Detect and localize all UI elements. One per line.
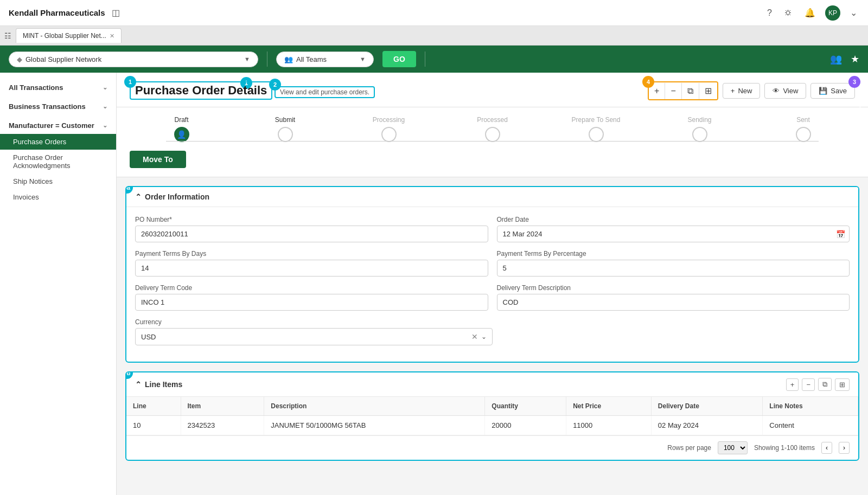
- order-date-input[interactable]: [497, 226, 850, 242]
- new-button[interactable]: + New: [723, 83, 761, 99]
- tab-label: MINT - Global Supplier Net...: [23, 32, 106, 40]
- page-title-area: 1 Purchase Order Details 2 View and edit…: [130, 81, 375, 100]
- sidebar: All Transactions ⌄ Business Transactions…: [0, 73, 117, 495]
- sidebar-item-purchase-orders[interactable]: Purchase Orders: [0, 134, 116, 150]
- grid-apps-icon[interactable]: ☷: [4, 31, 11, 40]
- toolbar-minus-btn[interactable]: −: [665, 83, 681, 99]
- network-select[interactable]: ◆ Global Supplier Network ▼: [9, 52, 258, 67]
- top-bar-right: ? ⛭ 🔔 KP ⌄: [765, 5, 859, 21]
- order-date-label: Order Date: [497, 216, 850, 223]
- active-tab[interactable]: MINT - Global Supplier Net... ✕: [16, 28, 122, 43]
- user-avatar[interactable]: KP: [825, 5, 840, 21]
- nav-star-icon[interactable]: ★: [851, 53, 859, 65]
- team-select[interactable]: 👥 All Teams ▼: [276, 52, 374, 67]
- notification-icon[interactable]: 🔔: [802, 5, 818, 20]
- cell-description: JANUMET 50/1000MG 56TAB: [264, 416, 485, 435]
- delivery-code-input[interactable]: [135, 294, 488, 311]
- currency-select[interactable]: USD ✕ ⌄: [135, 328, 493, 345]
- toolbar-copy-btn[interactable]: ⧉: [682, 83, 699, 99]
- workflow-step-draft: Draft 👤: [130, 116, 233, 142]
- app-title: Kendall Pharmaceuticals: [9, 8, 105, 17]
- currency-group: Currency USD ✕ ⌄: [135, 318, 493, 345]
- workflow-label-prepare: Prepare To Send: [572, 116, 621, 124]
- nav-right: 👥 ★: [830, 53, 859, 65]
- app-menu-icon[interactable]: ◫: [110, 5, 122, 20]
- line-items-table: Line Item Description Quantity Net Price…: [126, 397, 858, 435]
- cell-line_notes: Content: [763, 416, 858, 435]
- line-items-add-btn[interactable]: +: [786, 378, 799, 391]
- col-line: Line: [126, 397, 181, 416]
- order-info-title: ⌃ Order Information: [135, 192, 209, 201]
- currency-arrow-icon[interactable]: ⌄: [481, 333, 487, 340]
- workflow-circle-sending: [692, 127, 707, 142]
- sidebar-item-ship-notices[interactable]: Ship Notices: [0, 173, 116, 189]
- toolbar-grid-btn[interactable]: ⊞: [699, 82, 717, 99]
- badge-3-circle: 3: [848, 76, 860, 88]
- workflow-circle-processed: [485, 127, 500, 142]
- badge-2-circle: 2: [269, 79, 281, 91]
- po-number-label: PO Number*: [135, 216, 488, 223]
- sidebar-section-all-transactions: All Transactions ⌄: [0, 79, 116, 96]
- badge-1-circle: 1: [124, 76, 136, 88]
- payment-days-input[interactable]: [135, 260, 488, 277]
- line-items-copy-btn[interactable]: ⧉: [818, 378, 832, 391]
- draft-person-icon: 👤: [177, 130, 186, 139]
- table-row: 102342523JANUMET 50/1000MG 56TAB20000110…: [126, 416, 858, 435]
- go-button[interactable]: GO: [382, 51, 416, 67]
- workflow-circle-sent: [796, 127, 811, 142]
- cell-item: 2342523: [181, 416, 264, 435]
- delivery-desc-input[interactable]: [497, 294, 850, 311]
- sidebar-item-invoices[interactable]: Invoices: [0, 189, 116, 205]
- col-line-notes: Line Notes: [763, 397, 858, 416]
- business-chevron: ⌄: [103, 103, 107, 110]
- new-plus-icon: +: [731, 87, 735, 95]
- nav-people-icon[interactable]: 👥: [830, 53, 842, 65]
- rows-per-page-label: Rows per page: [667, 444, 711, 452]
- bell-icon[interactable]: ⛭: [782, 6, 795, 20]
- line-items-minus-btn[interactable]: −: [802, 378, 815, 391]
- sidebar-business-transactions[interactable]: Business Transactions ⌄: [0, 98, 116, 115]
- user-menu-chevron[interactable]: ⌄: [848, 5, 859, 20]
- sidebar-all-transactions[interactable]: All Transactions ⌄: [0, 79, 116, 96]
- form-row-3: Delivery Term Code Delivery Term Descrip…: [135, 284, 850, 311]
- table-header-row: Line Item Description Quantity Net Price…: [126, 397, 858, 416]
- business-transactions-label: Business Transactions: [9, 102, 86, 111]
- rows-per-page-select[interactable]: 100 50 25: [718, 441, 748, 454]
- tab-bar: ☷ MINT - Global Supplier Net... ✕: [0, 26, 868, 46]
- cell-net_price: 11000: [566, 416, 652, 435]
- workflow-step-sending: Sending: [648, 116, 751, 142]
- view-button[interactable]: 👁 View: [764, 83, 806, 99]
- payment-pct-input[interactable]: [497, 260, 850, 277]
- save-button[interactable]: 💾 Save: [810, 83, 855, 99]
- team-icon: 👥: [284, 55, 293, 63]
- currency-clear-icon[interactable]: ✕: [471, 332, 478, 341]
- prev-page-btn[interactable]: ‹: [821, 442, 832, 454]
- line-items-grid-btn[interactable]: ⊞: [835, 378, 850, 391]
- order-info-collapse-icon[interactable]: ⌃: [135, 192, 142, 201]
- calendar-icon: 📅: [836, 230, 845, 239]
- sidebar-manufacturer-customer[interactable]: Manufacturer = Customer ⌄: [0, 117, 116, 134]
- workflow-label-processing: Processing: [373, 116, 405, 124]
- line-items-table-wrapper: Line Item Description Quantity Net Price…: [126, 397, 858, 435]
- cell-quantity: 20000: [485, 416, 566, 435]
- workflow-circle-processing: [381, 127, 397, 142]
- po-number-group: PO Number*: [135, 216, 488, 242]
- form-row-4: Currency USD ✕ ⌄: [135, 318, 850, 345]
- help-icon[interactable]: ?: [765, 6, 774, 20]
- col-quantity: Quantity: [485, 397, 566, 416]
- all-transactions-chevron: ⌄: [103, 84, 107, 91]
- next-page-btn[interactable]: ›: [839, 442, 850, 454]
- manufacturer-chevron: ⌄: [103, 122, 107, 129]
- po-number-input[interactable]: [135, 226, 488, 242]
- network-icon: ◆: [17, 55, 22, 63]
- toolbar-group: + − ⧉ ⊞: [648, 81, 718, 100]
- content-area: 1 1 Purchase Order Details 2 View and ed…: [117, 73, 868, 495]
- workflow-label-submit: Submit: [275, 116, 295, 124]
- sidebar-item-po-acknowledgments[interactable]: Purchase Order Acknowledgments: [0, 150, 116, 173]
- network-select-text: Global Supplier Network: [25, 55, 241, 63]
- move-to-button[interactable]: Move To: [130, 151, 186, 168]
- close-tab-icon[interactable]: ✕: [110, 33, 114, 40]
- line-items-collapse-icon[interactable]: ⌃: [135, 380, 142, 389]
- payment-days-label: Payment Terms By Days: [135, 250, 488, 258]
- order-information-section: 6a ⌃ Order Information PO Number* Order …: [125, 186, 859, 363]
